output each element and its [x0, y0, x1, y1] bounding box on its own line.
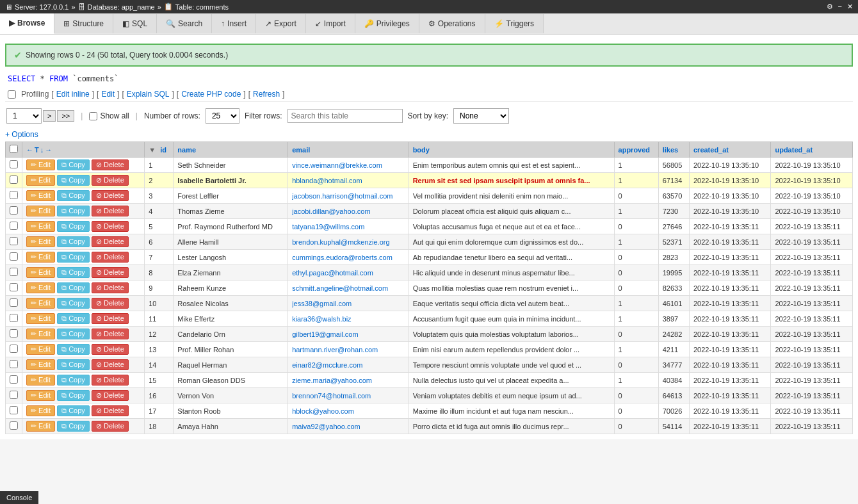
delete-button[interactable]: ⊘ Delete	[92, 359, 129, 370]
delete-button[interactable]: ⊘ Delete	[92, 329, 129, 339]
edit-button[interactable]: ✏ Edit	[26, 221, 55, 232]
show-all-checkbox[interactable]	[89, 112, 97, 120]
col-nav-down[interactable]: ↓	[40, 146, 44, 154]
search-input[interactable]	[287, 109, 403, 123]
email-link[interactable]: jacobson.harrison@hotmail.com	[292, 192, 393, 200]
edit-button[interactable]: ✏ Edit	[26, 421, 55, 432]
email-link[interactable]: brennon74@hotmail.com	[292, 392, 371, 400]
row-checkbox[interactable]	[10, 222, 18, 230]
page-next-button[interactable]: >	[43, 110, 56, 122]
copy-button[interactable]: ⧉ Copy	[57, 252, 90, 263]
show-all-label[interactable]: Show all	[89, 111, 129, 120]
row-checkbox[interactable]	[10, 283, 18, 291]
copy-button[interactable]: ⧉ Copy	[57, 329, 90, 339]
edit-button[interactable]: ✏ Edit	[26, 267, 55, 278]
explain-sql-link[interactable]: Explain SQL	[127, 90, 170, 99]
edit-button[interactable]: ✏ Edit	[26, 206, 55, 216]
tab-triggers[interactable]: ⚡ Triggers	[485, 14, 544, 33]
row-checkbox[interactable]	[10, 375, 18, 384]
delete-button[interactable]: ⊘ Delete	[92, 175, 129, 186]
row-checkbox[interactable]	[10, 206, 18, 215]
edit-button[interactable]: ✏ Edit	[26, 344, 55, 355]
email-link[interactable]: tatyana19@willms.com	[292, 223, 364, 231]
tab-export[interactable]: ↗ Export	[256, 14, 306, 33]
edit-link[interactable]: Edit	[101, 90, 115, 99]
row-checkbox[interactable]	[10, 298, 18, 307]
email-link[interactable]: vince.weimann@brekke.com	[292, 161, 382, 169]
options-link[interactable]: + Options	[5, 130, 38, 139]
row-checkbox[interactable]	[10, 345, 18, 353]
edit-button[interactable]: ✏ Edit	[26, 190, 55, 201]
edit-button[interactable]: ✏ Edit	[26, 282, 55, 293]
row-checkbox[interactable]	[10, 360, 18, 368]
delete-button[interactable]: ⊘ Delete	[92, 390, 129, 401]
email-link[interactable]: hblock@yahoo.com	[292, 407, 354, 415]
copy-button[interactable]: ⧉ Copy	[57, 405, 90, 416]
copy-button[interactable]: ⧉ Copy	[57, 375, 90, 386]
edit-button[interactable]: ✏ Edit	[26, 405, 55, 416]
sort-updated-link[interactable]: updated_at	[775, 146, 813, 154]
delete-button[interactable]: ⊘ Delete	[92, 375, 129, 386]
sort-approved-link[interactable]: approved	[619, 146, 651, 154]
sort-likes-link[interactable]: likes	[663, 146, 678, 154]
copy-button[interactable]: ⧉ Copy	[57, 390, 90, 401]
row-checkbox[interactable]	[10, 268, 18, 276]
delete-button[interactable]: ⊘ Delete	[92, 190, 129, 201]
copy-button[interactable]: ⧉ Copy	[57, 206, 90, 216]
edit-button[interactable]: ✏ Edit	[26, 359, 55, 370]
email-link[interactable]: maiva92@yahoo.com	[292, 423, 360, 430]
edit-button[interactable]: ✏ Edit	[26, 313, 55, 324]
sort-body-link[interactable]: body	[413, 146, 430, 154]
profiling-checkbox[interactable]	[8, 90, 16, 99]
edit-button[interactable]: ✏ Edit	[26, 375, 55, 386]
row-checkbox[interactable]	[10, 329, 18, 337]
email-link[interactable]: schmitt.angeline@hotmail.com	[292, 284, 388, 292]
copy-button[interactable]: ⧉ Copy	[57, 359, 90, 370]
copy-button[interactable]: ⧉ Copy	[57, 175, 90, 186]
tab-import[interactable]: ↙ Import	[306, 14, 355, 33]
tab-browse[interactable]: ▶ Browse	[0, 13, 54, 34]
create-php-link[interactable]: Create PHP code	[181, 90, 241, 99]
email-link[interactable]: hblanda@hotmail.com	[292, 177, 362, 184]
copy-button[interactable]: ⧉ Copy	[57, 159, 90, 170]
header-likes[interactable]: likes	[658, 142, 689, 158]
row-checkbox[interactable]	[10, 175, 18, 184]
col-nav-right[interactable]: →	[45, 146, 52, 154]
num-rows-select[interactable]: 25 50 100 250	[206, 108, 239, 124]
delete-button[interactable]: ⊘ Delete	[92, 206, 129, 216]
edit-button[interactable]: ✏ Edit	[26, 390, 55, 401]
copy-button[interactable]: ⧉ Copy	[57, 236, 90, 247]
close-icon[interactable]: ✕	[847, 3, 853, 11]
sort-by-select[interactable]: None PRIMARY	[453, 108, 509, 124]
copy-button[interactable]: ⧉ Copy	[57, 282, 90, 293]
tab-sql[interactable]: ◧ SQL	[113, 14, 157, 33]
sort-name-link[interactable]: name	[177, 146, 196, 154]
email-link[interactable]: jacobi.dillan@yahoo.com	[292, 207, 370, 215]
delete-button[interactable]: ⊘ Delete	[92, 298, 129, 309]
header-approved[interactable]: approved	[614, 142, 658, 158]
email-link[interactable]: zieme.maria@yahoo.com	[292, 377, 372, 384]
header-id[interactable]: ▼ id	[145, 142, 174, 158]
delete-button[interactable]: ⊘ Delete	[92, 282, 129, 293]
col-nav-t[interactable]: T	[35, 146, 39, 154]
settings-icon[interactable]: ⚙	[827, 3, 833, 11]
delete-button[interactable]: ⊘ Delete	[92, 344, 129, 355]
header-name[interactable]: name	[174, 142, 288, 158]
sort-created-link[interactable]: created_at	[693, 146, 729, 154]
edit-button[interactable]: ✏ Edit	[26, 329, 55, 339]
delete-button[interactable]: ⊘ Delete	[92, 159, 129, 170]
email-link[interactable]: ethyl.pagac@hotmail.com	[292, 269, 373, 277]
delete-button[interactable]: ⊘ Delete	[92, 421, 129, 432]
header-email[interactable]: email	[288, 142, 409, 158]
copy-button[interactable]: ⧉ Copy	[57, 298, 90, 309]
tab-structure[interactable]: ⊞ Structure	[54, 14, 113, 33]
sort-email-link[interactable]: email	[292, 146, 310, 154]
email-link[interactable]: cummings.eudora@roberts.com	[292, 254, 393, 261]
delete-button[interactable]: ⊘ Delete	[92, 267, 129, 278]
row-checkbox[interactable]	[10, 406, 18, 414]
delete-button[interactable]: ⊘ Delete	[92, 313, 129, 324]
email-link[interactable]: brendon.kuphal@mckenzie.org	[292, 238, 389, 246]
sort-id-link[interactable]: id	[160, 146, 166, 154]
delete-button[interactable]: ⊘ Delete	[92, 252, 129, 263]
row-checkbox[interactable]	[10, 160, 18, 168]
